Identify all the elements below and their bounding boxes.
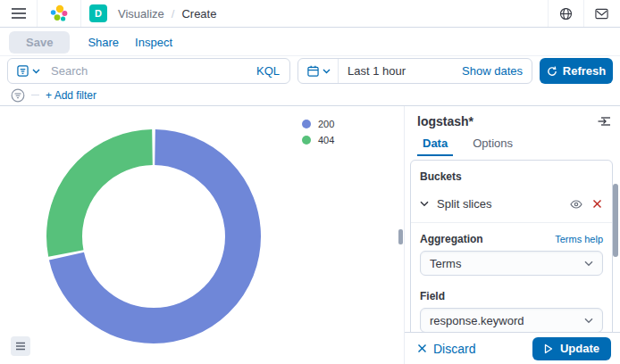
breadcrumb: Visualize / Create	[118, 7, 216, 21]
update-button[interactable]: Update	[532, 337, 611, 360]
visualize-action-bar: Save Share Inspect	[0, 29, 620, 56]
menu-button[interactable]	[9, 4, 29, 22]
visualization-workspace: 200 404 logstash* Data Options	[0, 105, 620, 364]
donut-chart	[46, 129, 261, 343]
save-button[interactable]: Save	[9, 31, 70, 54]
tab-data[interactable]: Data	[417, 136, 453, 156]
space-badge[interactable]: D	[89, 4, 107, 22]
help-button[interactable]	[557, 4, 575, 23]
refresh-button[interactable]: Refresh	[540, 58, 613, 84]
query-bar: KQL Last 1 hour Show dates Refresh	[0, 58, 620, 84]
filter-bar: + Add filter	[0, 85, 107, 105]
chevron-down-icon	[32, 69, 40, 74]
query-language-button[interactable]: KQL	[247, 64, 289, 78]
date-quick-menu-button[interactable]	[298, 59, 339, 83]
vis-editor-sidebar: logstash* Data Options Buckets Split sli…	[404, 106, 620, 364]
field-select[interactable]: response.keyword	[420, 308, 603, 332]
sidebar-scrollbar[interactable]	[613, 184, 618, 257]
breadcrumb-visualize[interactable]: Visualize	[118, 7, 164, 21]
chevron-down-icon	[584, 261, 593, 267]
legend-toggle-button[interactable]	[11, 336, 30, 356]
mail-icon	[595, 8, 608, 20]
share-button[interactable]: Share	[88, 36, 119, 49]
field-value: response.keyword	[430, 314, 524, 327]
calendar-icon	[307, 65, 319, 77]
divider	[548, 0, 549, 27]
divider	[80, 0, 81, 27]
divider	[583, 0, 584, 27]
terms-help-link[interactable]: Terms help	[555, 234, 603, 244]
legend-dot	[302, 120, 311, 128]
breadcrumb-separator: /	[172, 7, 175, 21]
chevron-down-icon	[420, 201, 429, 207]
sidebar-tabs: Data Options	[417, 136, 518, 156]
chevron-down-icon	[584, 318, 593, 324]
divider	[37, 0, 38, 27]
inspect-button[interactable]: Inspect	[135, 36, 172, 49]
add-filter-button[interactable]: + Add filter	[46, 89, 96, 102]
breadcrumb-create: Create	[181, 7, 216, 21]
newsfeed-button[interactable]	[592, 5, 611, 22]
buckets-panel: Buckets Split slices	[410, 160, 613, 332]
legend-item-200[interactable]: 200	[302, 116, 334, 132]
update-label: Update	[560, 342, 599, 355]
chart-area: 200 404	[0, 106, 404, 364]
refresh-label: Refresh	[563, 64, 606, 78]
aggregation-value: Terms	[430, 257, 461, 270]
sidebar-scroll-area: Buckets Split slices	[410, 160, 613, 332]
divider	[31, 95, 39, 95]
cross-icon	[417, 343, 427, 353]
saved-query-icon	[17, 65, 29, 77]
play-icon	[544, 343, 553, 354]
collapse-panel-icon	[598, 116, 610, 127]
saved-query-menu-button[interactable]	[8, 59, 47, 83]
remove-bucket-button[interactable]	[591, 198, 603, 210]
discard-label: Discard	[433, 342, 475, 356]
buckets-heading: Buckets	[420, 170, 605, 183]
hamburger-icon	[12, 7, 26, 20]
field-label: Field	[420, 290, 445, 302]
elastic-logo[interactable]	[46, 4, 72, 23]
show-dates-button[interactable]: Show dates	[462, 64, 532, 78]
chevron-down-icon	[323, 69, 331, 74]
tab-options[interactable]: Options	[467, 136, 518, 156]
globe-icon	[559, 7, 573, 21]
eye-icon	[570, 200, 582, 209]
filter-circle-icon[interactable]	[11, 88, 25, 103]
search-input[interactable]	[47, 64, 247, 78]
cross-icon	[592, 199, 602, 209]
aggregation-label-row: Aggregation Terms help	[420, 233, 603, 245]
index-pattern-title: logstash*	[417, 114, 473, 128]
legend-item-404[interactable]: 404	[302, 132, 334, 148]
aggregation-select[interactable]: Terms	[420, 251, 603, 276]
panel-resize-handle[interactable]	[398, 229, 403, 244]
chart-legend: 200 404	[302, 116, 334, 148]
collapse-sidebar-button[interactable]	[595, 113, 613, 129]
split-slices-row[interactable]: Split slices	[418, 197, 605, 222]
date-picker: Last 1 hour Show dates	[297, 58, 532, 84]
time-range-value[interactable]: Last 1 hour	[339, 64, 462, 78]
sidebar-footer: Discard Update	[405, 332, 620, 364]
list-icon	[15, 341, 26, 352]
split-slices-label: Split slices	[437, 197, 561, 211]
divider	[411, 222, 612, 223]
search-box: KQL	[7, 58, 290, 84]
field-label-row: Field	[420, 290, 603, 302]
legend-dot	[302, 136, 311, 145]
legend-label: 404	[318, 135, 334, 145]
refresh-icon	[547, 66, 557, 77]
discard-button[interactable]: Discard	[414, 342, 479, 356]
legend-label: 200	[318, 119, 334, 129]
aggregation-label: Aggregation	[420, 233, 483, 245]
toggle-visibility-button[interactable]	[569, 199, 583, 210]
top-navigation: D Visualize / Create	[0, 0, 620, 28]
